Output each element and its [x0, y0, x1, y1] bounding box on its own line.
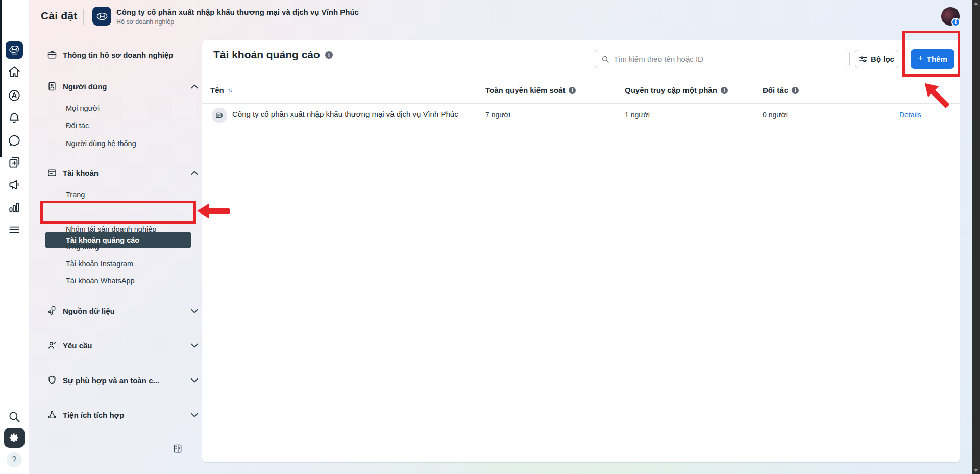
info-icon[interactable]: i	[792, 87, 799, 94]
id-badge-icon	[47, 81, 57, 91]
chevron-up-icon	[191, 84, 198, 89]
chevron-down-icon	[191, 378, 198, 383]
sidebar-section-data-sources[interactable]: Nguồn dữ liệu	[47, 302, 200, 319]
sidebar-item-whatsapp-accounts[interactable]: Tài khoản WhatsApp	[66, 272, 193, 290]
sort-icon[interactable]: ↑↓	[228, 87, 232, 94]
all-tools-icon[interactable]	[0, 223, 29, 236]
annotation-box-add-button	[902, 31, 960, 77]
ads-megaphone-icon[interactable]	[0, 178, 29, 192]
briefcase-icon	[47, 50, 57, 60]
search-input[interactable]	[614, 55, 843, 63]
sidebar-section-integrations[interactable]: Tiện ích tích hợp	[47, 406, 200, 423]
table-header: Tên ↑↓ Toàn quyền kiểm soát i Quyền truy…	[202, 77, 960, 104]
panel-title-row: Tài khoản quảng cáo i	[213, 49, 333, 61]
info-icon[interactable]: i	[721, 87, 728, 94]
settings-sidebar: Thông tin hồ sơ doanh nghiệp Người dùng …	[29, 28, 202, 474]
search-box[interactable]	[595, 50, 850, 68]
business-name: Công ty cổ phần xuất nhập khẩu thương mạ…	[116, 8, 359, 16]
sidebar-section-requests[interactable]: Yêu cầu	[47, 337, 200, 354]
sidebar-item-business-info[interactable]: Thông tin hồ sơ doanh nghiệp	[47, 46, 200, 63]
scroll-up-icon[interactable]	[973, 2, 978, 5]
column-header-partner: Đối tác i	[763, 86, 799, 94]
ad-accounts-panel: Tài khoản quảng cáo i Bộ lọc + Thêm Tên …	[202, 40, 960, 462]
business-header-avatar[interactable]	[92, 7, 111, 26]
column-header-name[interactable]: Tên ↑↓	[210, 86, 232, 94]
insights-icon[interactable]	[0, 201, 29, 214]
sidebar-section-users[interactable]: Người dùng	[47, 78, 200, 95]
boost-icon[interactable]	[0, 89, 29, 102]
column-header-full-control: Toàn quyền kiểm soát i	[485, 86, 576, 94]
filter-button[interactable]: Bộ lọc	[855, 50, 898, 68]
chevron-up-icon	[191, 171, 198, 175]
help-button[interactable]: ?	[0, 452, 29, 467]
sidebar-section-accounts[interactable]: Tài khoản	[47, 164, 200, 181]
sidebar-item-instagram-accounts[interactable]: Tài khoản Instagram	[66, 255, 193, 272]
icon-rail: ?	[0, 0, 29, 474]
home-icon[interactable]	[0, 65, 29, 79]
data-sources-icon	[47, 305, 57, 316]
page-title: Cài đặt	[41, 10, 77, 22]
person-check-icon	[47, 340, 57, 350]
business-subtitle: Hồ sơ doanh nghiệp	[116, 18, 174, 26]
gear-icon	[4, 428, 24, 448]
messages-icon[interactable]	[0, 134, 29, 147]
table-row[interactable]: Công ty cổ phần xuất nhập khẩu thương mạ…	[202, 104, 960, 127]
sidebar-item-apps[interactable]: Ứng dụng	[66, 238, 193, 255]
filter-icon	[859, 56, 867, 63]
facebook-badge-icon: f	[951, 18, 960, 27]
scroll-down-icon[interactable]	[973, 469, 978, 472]
panel-title: Tài khoản quảng cáo	[213, 49, 320, 61]
sidebar-item-people[interactable]: Mọi người	[66, 100, 193, 117]
notifications-icon[interactable]	[0, 111, 29, 125]
business-logo-icon	[6, 41, 23, 59]
annotation-arrow-left	[197, 203, 231, 219]
page-scrollbar[interactable]	[972, 0, 980, 474]
question-mark-icon: ?	[7, 452, 22, 467]
annotation-box-sidebar	[40, 201, 196, 224]
sidebar-item-partners[interactable]: Đối tác	[66, 117, 193, 134]
integrations-icon	[47, 410, 57, 420]
search-icon[interactable]	[0, 410, 29, 423]
settings-rail-button[interactable]	[0, 428, 29, 448]
sidebar-section-brand-safety[interactable]: Sự phù hợp và an toàn c...	[47, 371, 200, 389]
shield-icon	[47, 375, 57, 385]
left-edge-artifact	[0, 0, 2, 157]
row-full-control: 7 người	[485, 111, 510, 119]
search-icon	[601, 55, 609, 63]
info-icon[interactable]: i	[325, 51, 333, 59]
chevron-down-icon	[191, 343, 198, 348]
pages-icon[interactable]	[0, 156, 29, 169]
column-header-partial-access: Quyền truy cập một phần i	[625, 86, 728, 94]
chevron-down-icon	[191, 309, 198, 313]
row-details-link[interactable]: Details	[899, 111, 921, 119]
sidebar-item-system-users[interactable]: Người dùng hệ thống	[66, 135, 193, 152]
rail-business-avatar[interactable]	[0, 41, 29, 59]
topbar-divider	[83, 9, 84, 25]
chevron-down-icon	[191, 413, 198, 417]
row-account-name[interactable]: Công ty cổ phần xuất nhập khẩu thương mạ…	[232, 110, 458, 118]
row-partner: 0 người	[763, 111, 788, 119]
ad-account-icon	[212, 108, 227, 123]
collapse-sidebar-icon[interactable]	[173, 443, 183, 454]
info-icon[interactable]: i	[569, 87, 576, 94]
row-partial-access: 1 người	[625, 111, 650, 119]
accounts-icon	[47, 168, 57, 178]
meta-business-settings-page: ? Cài đặt Công ty cổ phần xuất nhập khẩu…	[0, 0, 980, 474]
